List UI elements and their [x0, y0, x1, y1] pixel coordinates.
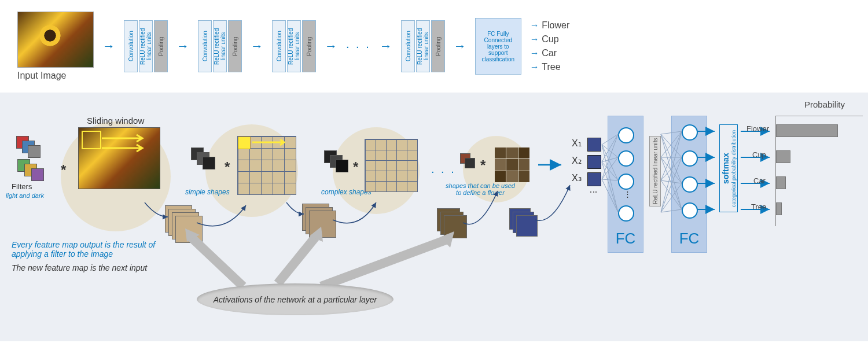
softmax-box: softmaxcategorical probability distribut… [719, 124, 738, 212]
class-label: Flower [746, 124, 769, 133]
pool-box: Pooling [302, 20, 316, 72]
feature-maps [165, 205, 197, 237]
feature-grid [237, 136, 296, 195]
filter-icon [203, 157, 215, 169]
relu-box: ReLU rectified linear units [416, 20, 430, 72]
filters-sub: light and dark [6, 192, 44, 199]
neuron-node [618, 127, 634, 143]
relu-box: ReLU rectified linear units [649, 136, 661, 206]
input-image [17, 12, 94, 68]
arrow-icon: → [102, 39, 115, 54]
conv-star-icon: * [353, 159, 358, 175]
conv-star-icon: * [225, 159, 230, 175]
relu-box: ReLU rectified linear units [287, 20, 301, 72]
neuron-node [618, 150, 634, 167]
arrow-icon: → [325, 39, 337, 54]
input-image-block: Input Image [17, 12, 94, 81]
yellow-arrow-icon [252, 139, 293, 148]
pool-box: Pooling [431, 20, 445, 72]
prob-bar [776, 202, 782, 215]
output-label: Car [530, 48, 569, 58]
x-box [587, 138, 601, 152]
complex-shapes-label: complex shapes [321, 188, 372, 196]
arrow-icon: → [251, 39, 263, 54]
arrow-icon: → [176, 39, 189, 54]
conv-box: Convolution [124, 20, 138, 72]
output-label: Tree [530, 62, 569, 72]
define-flower-label: shapes that can be used to define a flow… [446, 182, 515, 196]
conv-box: Convolution [401, 20, 415, 72]
conv-block-1: Convolution ReLU rectified linear units … [124, 20, 168, 72]
highlight-cell [238, 137, 251, 149]
conv-block-2: Convolution ReLU rectified linear units … [198, 20, 242, 72]
neuron-node [618, 205, 634, 222]
neuron-node [682, 150, 698, 167]
fc-label: FC [679, 230, 700, 248]
ellipsis: · · · [431, 165, 456, 178]
top-pipeline: Input Image → Convolution ReLU rectified… [0, 0, 868, 93]
output-label: Cup [530, 34, 569, 45]
class-label: Car [753, 176, 766, 185]
feature-maps [437, 208, 469, 240]
vdots-icon: ⋮ [589, 188, 598, 197]
neuron-node [682, 176, 698, 193]
bottom-diagram: Filters light and dark * Sliding window … [0, 93, 868, 341]
input-image-label: Input Image [17, 71, 94, 81]
conv-block-3: Convolution ReLU rectified linear units … [272, 20, 316, 72]
sliding-window-image [78, 127, 160, 189]
arrow-icon: → [454, 39, 466, 54]
filter-icon [31, 168, 44, 181]
conv-block-4: Convolution ReLU rectified linear units … [401, 20, 445, 72]
feature-maps [509, 208, 541, 240]
x-label: X₁ [572, 138, 582, 149]
relu-box: ReLU rectified linear units [139, 20, 153, 72]
activations-ellipse: Activations of the network at a particul… [197, 283, 393, 315]
pool-box: Pooling [154, 20, 168, 72]
class-label: Cup [752, 150, 766, 159]
conv-box: Convolution [272, 20, 286, 72]
arrow-icon: → [380, 39, 392, 54]
output-label: Flower [530, 20, 569, 31]
conv-star-icon: * [480, 157, 486, 174]
caption-feature-map: Every feature map output is the result o… [12, 240, 174, 259]
prob-bar [776, 150, 790, 163]
neuron-node [618, 174, 634, 190]
window-box-icon [82, 131, 101, 149]
fc-label: FC [616, 230, 636, 248]
sliding-window-label: Sliding window [87, 116, 144, 126]
filter-icon [465, 158, 475, 168]
feature-maps [302, 204, 334, 235]
ellipsis: · · · [346, 40, 371, 53]
small-grid [495, 147, 529, 182]
simple-shapes-label: simple shapes [185, 188, 230, 196]
fc-box: FC Fully Connected layers to support cla… [475, 18, 521, 75]
activations-label: Activations of the network at a particul… [214, 295, 377, 304]
x-label: X₃ [572, 172, 582, 183]
relu-box: ReLU rectified linear units [213, 20, 227, 72]
x-box [587, 155, 601, 169]
filter-icon [336, 160, 348, 172]
x-label: X₂ [572, 155, 582, 166]
class-label: Tree [751, 202, 766, 211]
conv-box: Convolution [198, 20, 212, 72]
probability-title: Probability [804, 99, 845, 109]
caption-next-input: The new feature map is the next input [12, 263, 147, 272]
neuron-node [682, 124, 698, 141]
conv-star-icon: * [61, 162, 66, 178]
prob-bar [776, 176, 786, 189]
vdots-icon: ⋮ [624, 190, 631, 198]
yellow-arrows-icon [102, 134, 154, 157]
filters-label: Filters [12, 182, 32, 191]
pool-box: Pooling [228, 20, 242, 72]
prob-bar [776, 124, 838, 137]
feature-grid [365, 139, 418, 192]
neuron-node [682, 202, 698, 219]
output-labels: Flower Cup Car Tree [530, 20, 569, 72]
x-box [587, 172, 601, 186]
filter-icon [28, 145, 41, 158]
